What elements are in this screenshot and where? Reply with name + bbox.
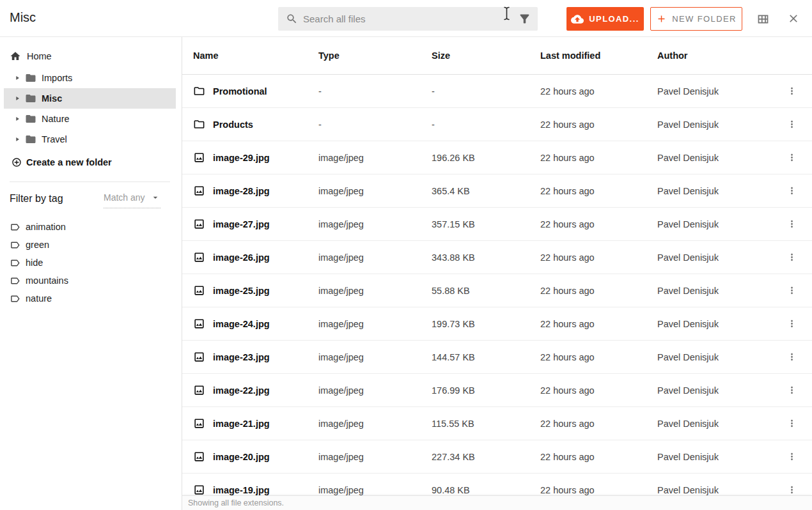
file-table-panel: Name Type Size Last modified Author Prom…	[182, 37, 812, 510]
sidebar-item-home[interactable]: Home	[0, 50, 182, 63]
triangle-right-icon[interactable]	[14, 95, 20, 102]
grid-view-icon[interactable]	[756, 12, 770, 26]
folder-outline-icon	[193, 118, 205, 130]
file-author: Pavel Denisjuk	[657, 452, 779, 462]
file-type: image/jpeg	[318, 419, 432, 429]
sidebar-folder-travel[interactable]: Travel	[4, 129, 176, 150]
sidebar-folder-nature[interactable]: Nature	[4, 109, 176, 129]
column-header-author[interactable]: Author	[657, 50, 779, 61]
file-name: image-24.jpg	[213, 319, 270, 329]
tag-list: animationgreenhidemountainsnature	[0, 218, 182, 307]
status-text: Showing all file extensions.	[188, 498, 284, 507]
table-row[interactable]: image-24.jpgimage/jpeg199.73 KB22 hours …	[182, 307, 812, 341]
file-name: image-19.jpg	[213, 485, 270, 495]
file-name: Promotional	[213, 86, 267, 97]
file-modified: 22 hours ago	[540, 286, 657, 296]
tag-item-mountains[interactable]: mountains	[0, 272, 182, 290]
triangle-right-icon[interactable]	[14, 75, 20, 81]
table-row[interactable]: image-20.jpgimage/jpeg227.34 KB22 hours …	[182, 440, 812, 474]
row-menu-button[interactable]	[779, 451, 804, 462]
row-menu-button[interactable]	[779, 352, 804, 362]
filter-by-tag-section: Filter by tag Match any	[10, 192, 160, 208]
search-bar[interactable]	[278, 7, 538, 31]
tag-item-nature[interactable]: nature	[0, 290, 182, 307]
row-menu-button[interactable]	[779, 119, 804, 130]
tag-item-animation[interactable]: animation	[0, 218, 182, 236]
row-menu-button[interactable]	[779, 185, 804, 196]
table-row[interactable]: image-28.jpgimage/jpeg365.4 KB22 hours a…	[182, 174, 812, 208]
table-row[interactable]: Promotional--22 hours agoPavel Denisjuk	[182, 75, 812, 108]
table-row[interactable]: image-27.jpgimage/jpeg357.15 KB22 hours …	[182, 208, 812, 241]
table-row[interactable]: image-29.jpgimage/jpeg196.26 KB22 hours …	[182, 141, 812, 174]
triangle-right-icon[interactable]	[14, 116, 20, 122]
file-size: 357.15 KB	[432, 219, 540, 229]
row-menu-button[interactable]	[779, 86, 804, 97]
row-menu-button[interactable]	[779, 285, 804, 296]
table-row[interactable]: image-21.jpgimage/jpeg115.55 KB22 hours …	[182, 407, 812, 440]
circle-plus-icon	[12, 157, 22, 167]
house-icon	[10, 50, 21, 62]
table-row[interactable]: image-26.jpgimage/jpeg343.88 KB22 hours …	[182, 241, 812, 274]
search-input[interactable]	[298, 13, 518, 24]
close-icon[interactable]	[787, 12, 800, 25]
file-name: image-26.jpg	[213, 252, 270, 263]
home-label: Home	[27, 51, 52, 61]
file-size: 365.4 KB	[432, 186, 540, 196]
match-any-value: Match any	[104, 192, 145, 203]
upload-button[interactable]: UPLOAD...	[566, 7, 644, 31]
sidebar-folder-imports[interactable]: Imports	[4, 68, 176, 88]
tag-item-hide[interactable]: hide	[0, 254, 182, 272]
file-author: Pavel Denisjuk	[657, 153, 779, 163]
row-menu-button[interactable]	[779, 418, 804, 429]
row-menu-button[interactable]	[779, 484, 804, 495]
file-author: Pavel Denisjuk	[657, 319, 779, 329]
create-folder-button[interactable]: Create a new folder	[0, 157, 182, 167]
triangle-right-icon[interactable]	[14, 136, 20, 143]
file-size: -	[432, 120, 540, 130]
image-icon	[193, 351, 205, 363]
label-outline-icon	[10, 240, 20, 251]
file-author: Pavel Denisjuk	[657, 120, 779, 130]
column-header-modified[interactable]: Last modified	[540, 50, 657, 61]
table-row[interactable]: image-23.jpgimage/jpeg144.57 KB22 hours …	[182, 341, 812, 374]
file-author: Pavel Denisjuk	[657, 352, 779, 362]
label-outline-icon	[10, 222, 20, 233]
sidebar-folder-misc[interactable]: Misc	[4, 88, 176, 109]
file-modified: 22 hours ago	[540, 86, 657, 97]
file-author: Pavel Denisjuk	[657, 219, 779, 229]
column-header-type[interactable]: Type	[318, 50, 432, 61]
file-modified: 22 hours ago	[540, 319, 657, 329]
folder-filled-icon	[25, 72, 36, 84]
page-title: Misc	[10, 10, 36, 25]
table-row[interactable]: image-22.jpgimage/jpeg176.99 KB22 hours …	[182, 374, 812, 407]
row-menu-button[interactable]	[779, 152, 804, 163]
file-type: image/jpeg	[318, 286, 432, 296]
file-size: 115.55 KB	[432, 419, 540, 429]
row-menu-button[interactable]	[779, 219, 804, 229]
row-menu-button[interactable]	[779, 318, 804, 329]
table-row[interactable]: image-25.jpgimage/jpeg55.88 KB22 hours a…	[182, 274, 812, 307]
table-row[interactable]: Products--22 hours agoPavel Denisjuk	[182, 108, 812, 141]
tag-item-green[interactable]: green	[0, 236, 182, 254]
label-outline-icon	[10, 258, 20, 268]
file-modified: 22 hours ago	[540, 186, 657, 196]
column-header-name[interactable]: Name	[182, 50, 318, 61]
file-modified: 22 hours ago	[540, 385, 657, 396]
file-type: image/jpeg	[318, 252, 432, 263]
table-header: Name Type Size Last modified Author	[182, 37, 812, 75]
sidebar: Home ImportsMiscNatureTravel Create a ne…	[0, 37, 182, 510]
file-manager-window: Misc UPLOAD... NEW FOLDER	[0, 0, 812, 510]
file-modified: 22 hours ago	[540, 352, 657, 362]
match-any-dropdown[interactable]: Match any	[104, 192, 160, 208]
file-type: image/jpeg	[318, 352, 432, 362]
column-header-size[interactable]: Size	[432, 50, 540, 61]
row-menu-button[interactable]	[779, 252, 804, 263]
image-icon	[193, 218, 205, 230]
file-size: -	[432, 86, 540, 97]
folder-label: Imports	[42, 73, 72, 83]
new-folder-button[interactable]: NEW FOLDER	[650, 7, 742, 31]
filter-funnel-icon[interactable]	[518, 12, 531, 26]
main-area: Home ImportsMiscNatureTravel Create a ne…	[0, 37, 812, 510]
sidebar-divider	[10, 182, 170, 182]
row-menu-button[interactable]	[779, 385, 804, 396]
